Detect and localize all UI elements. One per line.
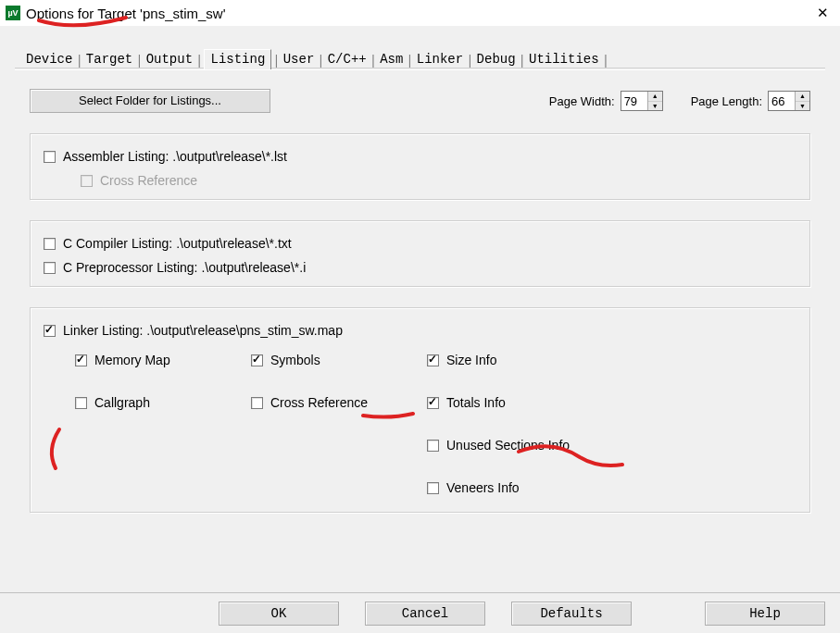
symbols-label: Symbols xyxy=(270,353,320,367)
tab-target[interactable]: Target xyxy=(84,50,134,68)
linker-listing-label: Linker Listing: .\output\release\pns_sti… xyxy=(63,323,343,338)
callgraph-label: Callgraph xyxy=(94,395,150,410)
app-icon: µV xyxy=(6,6,20,20)
tab-c-cpp[interactable]: C/C++ xyxy=(326,50,369,68)
chevron-up-icon[interactable]: ▲ xyxy=(648,92,662,102)
page-width-spinner[interactable]: ▲ ▼ xyxy=(621,91,663,111)
callgraph-checkbox[interactable] xyxy=(75,397,87,409)
size-info-label: Size Info xyxy=(446,353,496,367)
c-preprocessor-listing-label: C Preprocessor Listing: .\output\release… xyxy=(63,260,306,275)
c-preprocessor-listing-checkbox[interactable] xyxy=(44,262,56,274)
chevron-down-icon[interactable]: ▼ xyxy=(796,102,809,111)
linker-listing-group: Linker Listing: .\output\release\pns_sti… xyxy=(30,307,810,513)
linker-crossref-label: Cross Reference xyxy=(270,395,368,410)
unused-sections-checkbox[interactable] xyxy=(427,440,439,452)
unused-sections-label: Unused Sections Info xyxy=(446,438,570,453)
tab-listing[interactable]: Listing xyxy=(204,49,271,69)
size-info-checkbox[interactable] xyxy=(427,354,439,366)
tab-asm[interactable]: Asm xyxy=(378,50,405,68)
select-folder-button[interactable]: Select Folder for Listings... xyxy=(30,89,270,113)
assembler-listing-label: Assembler Listing: .\output\release\*.ls… xyxy=(63,149,287,164)
page-length-spinner[interactable]: ▲ ▼ xyxy=(768,91,810,111)
tab-utilities[interactable]: Utilities xyxy=(527,50,601,68)
assembler-listing-group: Assembler Listing: .\output\release\*.ls… xyxy=(30,133,810,200)
ok-button[interactable]: OK xyxy=(219,602,339,626)
page-length-input[interactable] xyxy=(769,92,795,110)
memory-map-checkbox[interactable] xyxy=(75,354,87,366)
page-width-input[interactable] xyxy=(621,92,647,110)
defaults-button[interactable]: Defaults xyxy=(511,602,632,626)
page-width-label: Page Width: xyxy=(549,94,615,108)
c-listing-group: C Compiler Listing: .\output\release\*.t… xyxy=(30,220,810,287)
totals-info-checkbox[interactable] xyxy=(427,397,439,409)
tab-page-listing: Select Folder for Listings... Page Width… xyxy=(15,69,825,548)
window-title: Options for Target 'pns_stim_sw' xyxy=(26,6,811,21)
c-compiler-listing-label: C Compiler Listing: .\output\release\*.t… xyxy=(63,236,292,251)
button-bar: OK Cancel Defaults Help xyxy=(0,592,840,633)
tab-device[interactable]: Device xyxy=(24,50,74,68)
page-length-label: Page Length: xyxy=(691,94,762,108)
asm-crossref-label: Cross Reference xyxy=(100,173,197,188)
chevron-up-icon[interactable]: ▲ xyxy=(796,92,809,102)
tab-output[interactable]: Output xyxy=(144,50,194,68)
tab-linker[interactable]: Linker xyxy=(415,50,465,68)
linker-listing-checkbox[interactable] xyxy=(44,325,56,337)
cancel-button[interactable]: Cancel xyxy=(365,602,485,626)
asm-crossref-checkbox xyxy=(81,175,93,187)
c-compiler-listing-checkbox[interactable] xyxy=(44,238,56,250)
tab-user[interactable]: User xyxy=(282,50,317,68)
close-icon[interactable]: ✕ xyxy=(811,5,834,21)
tab-strip: Device| Target| Output| Listing| User| C… xyxy=(24,46,825,68)
linker-crossref-checkbox[interactable] xyxy=(251,397,263,409)
veneers-label: Veneers Info xyxy=(446,480,520,495)
help-button[interactable]: Help xyxy=(705,602,825,626)
totals-info-label: Totals Info xyxy=(446,395,506,410)
memory-map-label: Memory Map xyxy=(94,353,170,367)
tab-debug[interactable]: Debug xyxy=(475,50,518,68)
title-bar: µV Options for Target 'pns_stim_sw' ✕ xyxy=(0,0,840,26)
chevron-down-icon[interactable]: ▼ xyxy=(648,102,662,111)
symbols-checkbox[interactable] xyxy=(251,354,263,366)
veneers-checkbox[interactable] xyxy=(427,482,439,494)
assembler-listing-checkbox[interactable] xyxy=(44,151,56,163)
